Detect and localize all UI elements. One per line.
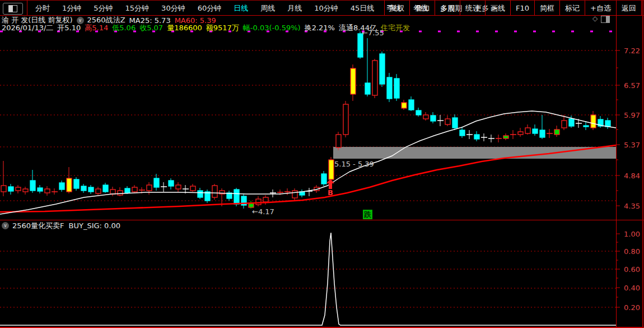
candle-body: [198, 191, 203, 197]
axis-label: 5.97: [624, 111, 640, 119]
candle-body: [190, 186, 195, 191]
candle-body: [452, 118, 458, 128]
axis-label: 4.35: [624, 202, 640, 210]
candle-body: [540, 130, 545, 137]
diamond-icon[interactable]: ◇: [592, 15, 598, 22]
price-chart-canvas[interactable]: B7.226.575.975.374.844.351.000.800.600.4…: [0, 0, 644, 328]
quote-field: 开5.10: [57, 23, 81, 33]
candle-body: [358, 34, 363, 57]
trading-app-window: B7.226.575.975.374.844.351.000.800.600.4…: [0, 0, 644, 328]
candle-body: [256, 199, 261, 205]
tab-1分钟[interactable]: 1分钟: [56, 3, 87, 13]
tab-30分钟[interactable]: 30分钟: [155, 3, 192, 13]
candle-body: [533, 129, 538, 133]
axis-label: 0.60: [624, 265, 640, 274]
quote-field: 2026/01/13/二: [2, 23, 53, 33]
candle-body: [380, 54, 385, 84]
candle-body: [74, 179, 79, 188]
quote-field: 幅-0.03(-0.59%): [243, 23, 301, 33]
button-叠加[interactable]: 叠加: [409, 1, 435, 16]
chevron-down-circle-icon[interactable]: ∨: [2, 222, 9, 229]
gap-zone-rect: [333, 147, 616, 159]
candle-body: [16, 187, 21, 191]
button-多股[interactable]: 多股: [435, 1, 460, 16]
button-复权[interactable]: 复权: [384, 1, 409, 16]
button-画线[interactable]: 画线: [485, 1, 510, 16]
button-简框[interactable]: 简框: [534, 1, 559, 16]
tab-月线[interactable]: 月线: [281, 3, 308, 13]
button-F10[interactable]: F10: [510, 1, 534, 16]
candle-body: [394, 78, 399, 98]
low-price-annotation: ←4.17: [252, 207, 274, 216]
quote-field: 收5.07: [139, 23, 163, 33]
candle-body: [445, 119, 450, 124]
button-+自选[interactable]: +自选: [585, 1, 616, 16]
candle-body: [518, 132, 523, 135]
candle-body: [263, 197, 268, 202]
candle-body: [351, 68, 356, 94]
candle-body: [402, 103, 407, 108]
gap-zone-annotation: 5.15 - 5.39: [334, 160, 374, 168]
top-toolbar: 分时1分钟5分钟15分钟30分钟60分钟日线周线月线10分钟45日线季线年线多周…: [0, 0, 644, 16]
buy-marker-letter: B: [328, 188, 333, 197]
quote-field: 额9517万: [206, 23, 239, 33]
candle-body: [431, 116, 436, 121]
pane-layout-icon[interactable]: [601, 16, 610, 23]
candle-body: [503, 136, 508, 138]
candle-body: [96, 189, 101, 193]
candle-body: [423, 115, 428, 119]
candle-body: [23, 189, 28, 192]
fall-label-badge: 跌: [363, 210, 372, 219]
candle-body: [292, 191, 297, 198]
split-window-icon[interactable]: [3, 3, 23, 15]
candle-body: [8, 187, 13, 191]
quote-field: 换2.21%: [305, 23, 335, 33]
axis-label: 0.40: [624, 284, 640, 292]
quote-field: 量186600: [167, 23, 202, 33]
candle-body: [387, 77, 392, 99]
button-统计[interactable]: 统计: [460, 1, 485, 16]
tab-45日线[interactable]: 45日线: [344, 3, 381, 13]
buy-arrow-icon: [326, 179, 334, 189]
candle-body: [329, 160, 334, 179]
tab-5分钟[interactable]: 5分钟: [87, 3, 119, 13]
axis-label: 4.84: [624, 172, 640, 180]
price-axis-line: [616, 16, 617, 327]
candle-body: [67, 178, 72, 192]
candle-body: [554, 130, 559, 135]
tab-分时[interactable]: 分时: [29, 3, 56, 13]
axis-label: 7.22: [624, 47, 640, 55]
candle-body: [409, 100, 414, 110]
tab-10分钟[interactable]: 10分钟: [308, 3, 344, 13]
candle-body: [1, 186, 6, 192]
candle-body: [59, 183, 64, 190]
candle-body: [562, 121, 567, 128]
ma25-line: [0, 111, 616, 214]
quote-field: 低5.06: [112, 23, 136, 33]
candle-body: [212, 186, 217, 197]
tab-周线[interactable]: 周线: [254, 3, 281, 13]
candle-body: [125, 188, 130, 193]
candle-body: [591, 115, 596, 128]
toolbar-divider: [27, 1, 27, 16]
candle-body: [343, 104, 348, 135]
tab-60分钟[interactable]: 60分钟: [192, 3, 228, 13]
tab-15分钟[interactable]: 15分钟: [119, 3, 156, 13]
button-标记[interactable]: 标记: [559, 1, 585, 16]
candle-body: [605, 121, 610, 127]
candle-body: [569, 119, 574, 126]
candle-body: [81, 186, 86, 191]
candle-body: [169, 181, 174, 186]
peak-price-annotation: ←7.55: [362, 29, 384, 37]
toolbar-buttons: 复权叠加多股统计画线F10简框标记+自选返回: [384, 1, 642, 16]
axis-label: 6.57: [624, 81, 640, 90]
candle-body: [45, 189, 50, 193]
candle-body: [365, 83, 370, 94]
tab-日线[interactable]: 日线: [227, 3, 254, 13]
candle-body: [176, 185, 181, 189]
button-返回[interactable]: 返回: [616, 1, 642, 16]
sub-indicator-name[interactable]: 2560量化买卖F: [12, 221, 64, 231]
candle-body: [321, 174, 326, 184]
candle-body: [38, 188, 43, 191]
candle-body: [88, 187, 94, 192]
